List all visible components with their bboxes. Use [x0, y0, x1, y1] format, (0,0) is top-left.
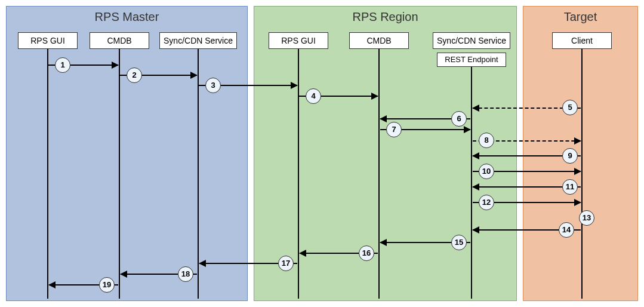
lifeline-header-rps-gui-master: RPS GUI — [18, 32, 78, 49]
lifeline-header-client: Client — [552, 32, 612, 49]
step-19: 19 — [99, 277, 115, 293]
region-title: Target — [523, 10, 637, 24]
step-10: 10 — [479, 164, 494, 179]
step-5: 5 — [562, 100, 578, 115]
step-18: 18 — [178, 266, 193, 282]
step-12: 12 — [479, 195, 494, 210]
lifeline-r-sync — [471, 67, 472, 299]
step-13: 13 — [579, 210, 594, 226]
rest-endpoint-label: REST Endpoint — [437, 53, 506, 67]
step-15: 15 — [451, 235, 467, 250]
step-17: 17 — [278, 256, 294, 271]
region-title: RPS Region — [254, 10, 516, 24]
lifeline-header-cmdb-region: CMDB — [349, 32, 409, 49]
lifeline-header-rps-gui-region: RPS GUI — [269, 32, 328, 49]
lifeline-m-cmdb — [119, 49, 120, 299]
region-rps-master: RPS Master — [6, 6, 248, 301]
step-8: 8 — [479, 133, 494, 148]
lifeline-header-cmdb-master: CMDB — [90, 32, 149, 49]
step-2: 2 — [127, 67, 142, 83]
lifeline-header-sync-master: Sync/CDN Service — [159, 32, 237, 49]
region-target: Target — [523, 6, 638, 301]
step-16: 16 — [359, 245, 374, 261]
lifeline-r-gui — [298, 49, 299, 299]
lifeline-m-gui — [47, 49, 48, 299]
lifeline-r-cmdb — [378, 49, 380, 299]
sequence-diagram: RPS Master RPS Region Target RPS GUI CMD… — [6, 6, 638, 301]
step-11: 11 — [562, 179, 578, 195]
step-7: 7 — [386, 122, 402, 137]
step-1: 1 — [55, 57, 70, 73]
lifeline-header-sync-region: Sync/CDN Service — [433, 32, 510, 49]
step-4: 4 — [306, 88, 321, 104]
step-6: 6 — [451, 111, 467, 127]
region-title: RPS Master — [7, 10, 247, 24]
step-14: 14 — [559, 222, 574, 238]
step-3: 3 — [205, 78, 221, 93]
step-9: 9 — [562, 148, 578, 164]
lifeline-client — [581, 49, 583, 299]
